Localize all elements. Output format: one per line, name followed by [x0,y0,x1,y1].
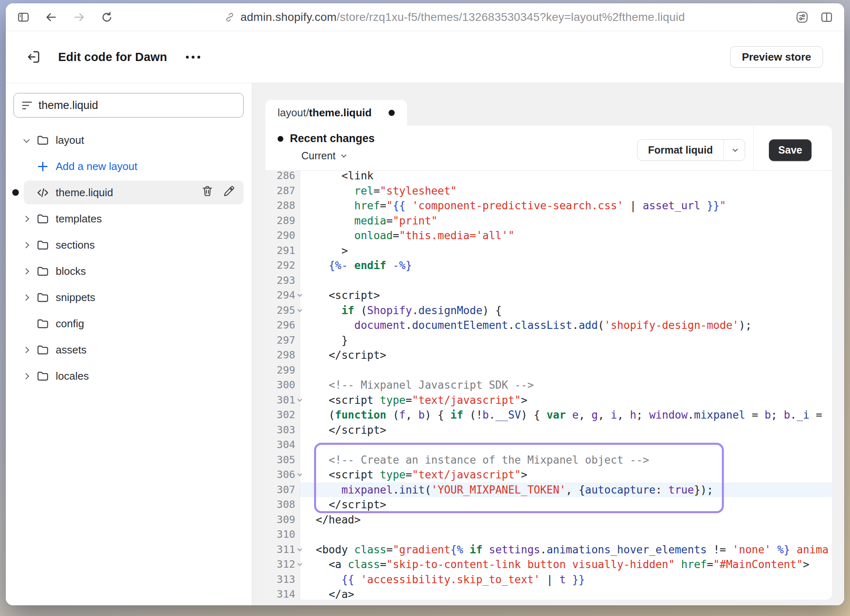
url-bar[interactable]: admin.shopify.com/store/rzq1xu-f5/themes… [240,11,685,24]
code-line-295[interactable]: 295 if (Shopify.designMode) { [265,303,832,318]
search-input[interactable] [38,99,235,112]
code-line-307[interactable]: 307 mixpanel.init('YOUR_MIXPANEL_TOKEN',… [265,482,832,498]
sidebar-item-locales[interactable]: locales [24,364,244,388]
code-line-304[interactable]: 304 [265,437,832,453]
version-dropdown[interactable]: Current [301,150,832,162]
code-line-314[interactable]: 314 </a> [265,587,832,600]
preview-store-button[interactable]: Preview store [730,46,823,68]
more-menu-icon[interactable] [186,56,200,59]
code-line-298[interactable]: 298 </script> [265,348,832,363]
reload-icon[interactable] [100,10,114,24]
folder-icon [36,238,56,252]
chevron-right-icon[interactable] [24,243,36,247]
code-card: Recent changes Current Format liquid Sav… [265,126,832,600]
tab-theme-liquid[interactable]: layout/theme.liquid [265,100,407,126]
code-line-296[interactable]: 296 document.documentElement.classList.a… [265,318,832,333]
line-number: 302 [277,409,295,421]
delete-file-icon[interactable] [201,185,214,200]
line-number: 295 [277,304,295,316]
sidebar-item-templates[interactable]: templates [24,207,244,231]
link-icon [224,11,235,23]
sidebar-item-config[interactable]: config [24,312,244,335]
sidebar-item-snippets[interactable]: snippets [24,285,244,309]
code-line-288[interactable]: 288 href="{{ 'component-predictive-searc… [265,198,832,213]
line-number: 308 [277,498,295,510]
page-title: Edit code for Dawn [58,50,167,64]
code-line-305[interactable]: 305 <!-- Create an instance of the Mixpa… [265,453,832,468]
add-layout-link[interactable]: Add a new layout [24,154,244,178]
sidebar-item-assets[interactable]: assets [24,338,244,362]
sidebar-item-theme-liquid[interactable]: theme.liquid [24,181,244,204]
sidebar-toggle-icon[interactable] [16,10,30,24]
line-number: 290 [277,229,295,241]
folder-icon [36,265,56,278]
code-line-306[interactable]: 306 <script type="text/javascript"> [265,467,832,482]
editor-pane: layout/theme.liquid Recent changes Curre… [252,83,844,605]
chevron-right-icon[interactable] [24,217,36,221]
line-number: 292 [277,259,295,271]
item-label: templates [56,213,244,225]
format-options-caret[interactable] [723,140,745,161]
code-line-312[interactable]: 312 <a class="skip-to-content-link butto… [265,557,832,572]
exit-icon[interactable] [25,48,43,66]
line-number: 314 [277,588,295,600]
rename-file-icon[interactable] [223,185,235,200]
line-number: 291 [277,245,295,256]
chevron-right-icon[interactable] [24,374,36,378]
code-line-290[interactable]: 290 onload="this.media='all'" [265,228,832,243]
sidebar-item-sections[interactable]: sections [24,233,244,257]
forward-icon[interactable] [72,10,86,24]
sidebar-item-blocks[interactable]: blocks [24,259,244,283]
code-line-309[interactable]: 309 </head> [265,512,832,528]
code-line-313[interactable]: 313 {{ 'accessibility.skip_to_text' | t … [265,572,832,587]
code-line-297[interactable]: 297 } [265,333,832,348]
code-line-291[interactable]: 291 > [265,243,832,258]
chevron-right-icon[interactable] [24,269,36,274]
line-number: 299 [277,364,295,376]
item-label: locales [56,370,244,383]
toolbar-divider [753,126,754,170]
code-line-299[interactable]: 299 [265,363,832,378]
code-line-301[interactable]: 301 <script type="text/javascript"> [265,393,832,408]
folder-icon [36,212,56,226]
tab-filename: theme.liquid [309,106,372,119]
code-line-310[interactable]: 310 [265,527,832,542]
changes-dot [278,136,283,142]
item-label: layout [56,134,244,147]
tab-path: layout/ [278,106,309,119]
unsaved-file-dot [12,189,19,196]
format-liquid-button[interactable]: Format liquid [637,139,745,161]
code-lines: 286 <link287 rel="stylesheet"288 href="{… [265,171,832,600]
file-search [14,93,244,118]
code-line-300[interactable]: 300 <!-- Mixpanel Javascript SDK --> [265,378,832,393]
chevron-down-icon[interactable] [24,138,36,143]
code-line-292[interactable]: 292 {%- endif -%} [265,258,832,273]
plus-icon [36,160,56,173]
item-label: Add a new layout [56,160,244,173]
code-line-302[interactable]: 302 (function (f, b) { if (!b.__SV) { va… [265,408,832,423]
save-button[interactable]: Save [769,139,812,161]
code-line-294[interactable]: 294 <script> [265,288,832,303]
item-label: assets [56,344,244,356]
sidebar-item-layout[interactable]: layout [24,128,244,152]
code-line-308[interactable]: 308 </script> [265,497,832,512]
page-settings-icon[interactable] [795,10,809,24]
chevron-right-icon[interactable] [24,348,36,352]
back-icon[interactable] [44,10,58,24]
line-number: 307 [277,484,295,496]
line-number: 288 [277,199,295,211]
browser-window: admin.shopify.com/store/rzq1xu-f5/themes… [6,3,844,605]
chevron-right-icon[interactable] [24,295,36,300]
code-line-293[interactable]: 293 [265,273,832,288]
code-line-287[interactable]: 287 rel="stylesheet" [265,183,832,199]
item-label: theme.liquid [56,186,201,199]
line-number: 303 [277,424,295,436]
folder-icon [36,343,56,357]
code-editor[interactable]: 286 <link287 rel="stylesheet"288 href="{… [265,171,832,600]
split-view-icon[interactable] [820,10,834,24]
line-number: 286 [277,171,295,181]
code-line-311[interactable]: 311 <body class="gradient{% if settings.… [265,542,832,557]
code-line-286[interactable]: 286 <link [265,171,832,183]
code-line-289[interactable]: 289 media="print" [265,213,832,229]
code-line-303[interactable]: 303 </script> [265,423,832,438]
